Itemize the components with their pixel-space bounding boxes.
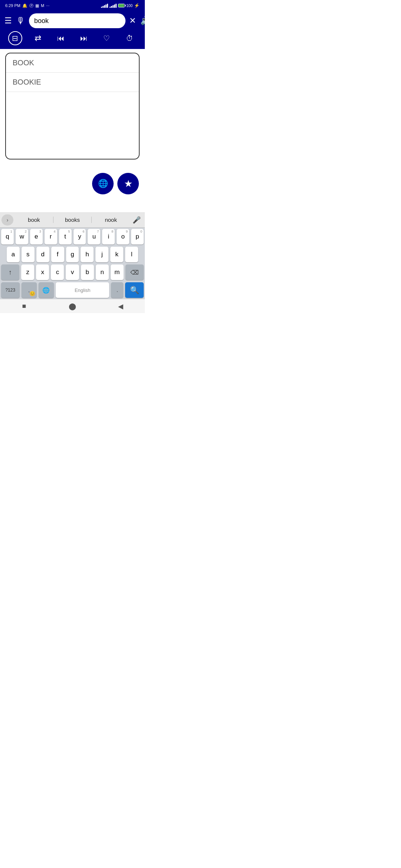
key-row-3: ↑ z x c v b n m ⌫ <box>0 263 145 281</box>
key-globe[interactable]: 🌐 <box>39 282 54 298</box>
key-period[interactable]: . <box>111 282 123 298</box>
key-b[interactable]: b <box>81 264 94 280</box>
app-header: ☰ 🎙 ✕ 🔊 ⊟ ⇄ ⏮ ⏭ ♡ ⏱ <box>0 10 145 49</box>
battery-icon <box>118 4 125 7</box>
key-k[interactable]: k <box>110 247 123 262</box>
expand-suggestions-button[interactable]: › <box>1 214 13 226</box>
search-icon: 🔍 <box>130 286 139 295</box>
keyboard-suggestions-row: › book books nook 🎤 <box>0 212 145 228</box>
header-toolbar: ⊟ ⇄ ⏮ ⏭ ♡ ⏱ <box>4 30 141 47</box>
key-z[interactable]: z <box>21 264 34 280</box>
nav-home-button[interactable]: ⬤ <box>61 301 84 312</box>
suggestions-empty-area <box>6 92 139 159</box>
key-emoji[interactable]: , 😊 <box>22 282 37 298</box>
key-y[interactable]: 6y <box>74 229 86 244</box>
suggestion-book[interactable]: BOOK <box>6 53 139 73</box>
key-shift[interactable]: ↑ <box>1 264 19 280</box>
star-fab-button[interactable]: ★ <box>117 173 139 194</box>
charging-icon: ⚡ <box>134 3 140 8</box>
key-q[interactable]: 1q <box>1 229 14 244</box>
menu-button[interactable]: ☰ <box>4 15 13 26</box>
key-l[interactable]: l <box>125 247 138 262</box>
key-c[interactable]: c <box>51 264 64 280</box>
nav-stop-button[interactable]: ■ <box>13 301 35 312</box>
key-m[interactable]: m <box>111 264 124 280</box>
suggestion-bookie[interactable]: BOOKIE <box>6 73 139 92</box>
status-left: 6:29 PM 🔔 Ⓟ ▦ M ··· <box>5 3 49 9</box>
key-d[interactable]: d <box>36 247 49 262</box>
fab-area: 🌐 ★ <box>92 173 139 194</box>
suggestions-dropdown: BOOK BOOKIE <box>5 53 140 160</box>
key-row-4: ?123 , 😊 🌐 English . 🔍 <box>0 281 145 299</box>
suggest-nook[interactable]: nook <box>92 217 130 223</box>
home-icon: ⬤ <box>69 302 76 310</box>
globe-icon: 🌐 <box>98 179 108 188</box>
sim-icon: ▦ <box>35 3 39 8</box>
next-button[interactable]: ⏭ <box>77 31 91 45</box>
key-numbers[interactable]: ?123 <box>1 282 20 298</box>
key-search[interactable]: 🔍 <box>125 282 144 298</box>
search-bar <box>29 13 125 28</box>
key-space[interactable]: English <box>56 282 109 298</box>
menu-icon: ☰ <box>4 16 12 26</box>
keyboard: › book books nook 🎤 1q 2w 3e 4r 5t 6y 7u… <box>0 212 145 299</box>
mic-icon: 🎙 <box>16 16 25 26</box>
parking-icon: Ⓟ <box>29 3 33 9</box>
key-t[interactable]: 5t <box>59 229 72 244</box>
key-h[interactable]: h <box>81 247 94 262</box>
next-icon: ⏭ <box>80 34 88 43</box>
key-f[interactable]: f <box>51 247 64 262</box>
key-i[interactable]: 8i <box>102 229 115 244</box>
bottom-nav: ■ ⬤ ◀ <box>0 299 145 313</box>
mic-button[interactable]: 🎙 <box>16 15 26 27</box>
more-dots-icon: ··· <box>46 3 49 8</box>
space-label: English <box>75 287 91 293</box>
key-u[interactable]: 7u <box>88 229 100 244</box>
key-s[interactable]: s <box>22 247 35 262</box>
key-x[interactable]: x <box>36 264 49 280</box>
key-row-2: a s d f g h j k l <box>0 246 145 263</box>
alarm-icon: 🔔 <box>22 3 27 8</box>
shuffle-icon: ⇄ <box>35 33 41 43</box>
back-icon: ◀ <box>118 302 123 310</box>
status-right: 100 ⚡ <box>101 3 140 8</box>
battery-percent: 100 <box>126 4 133 8</box>
key-j[interactable]: j <box>95 247 108 262</box>
scan-button[interactable]: ⊟ <box>8 31 22 45</box>
suggest-books[interactable]: books <box>53 217 92 223</box>
key-n[interactable]: n <box>96 264 109 280</box>
star-icon: ★ <box>124 178 133 190</box>
globe-fab-button[interactable]: 🌐 <box>92 173 114 194</box>
heart-icon: ♡ <box>103 34 110 43</box>
numbers-label: ?123 <box>5 287 15 293</box>
scan-icon: ⊟ <box>12 34 18 43</box>
keyboard-mic-icon[interactable]: 🎤 <box>130 214 143 226</box>
search-input[interactable] <box>34 17 120 25</box>
key-r[interactable]: 4r <box>45 229 57 244</box>
favorite-button[interactable]: ♡ <box>100 31 114 45</box>
stop-icon: ■ <box>22 302 26 310</box>
key-v[interactable]: v <box>66 264 79 280</box>
key-p[interactable]: 0p <box>131 229 144 244</box>
history-icon: ⏱ <box>126 34 133 43</box>
signal-bars-2 <box>110 4 117 8</box>
suggest-book[interactable]: book <box>15 217 53 223</box>
volume-icon: 🔊 <box>140 16 145 26</box>
clear-button[interactable]: ✕ <box>128 15 137 26</box>
key-a[interactable]: a <box>7 247 20 262</box>
clear-icon: ✕ <box>129 16 136 26</box>
key-e[interactable]: 3e <box>30 229 43 244</box>
shuffle-button[interactable]: ⇄ <box>31 31 45 45</box>
prev-button[interactable]: ⏮ <box>54 31 68 45</box>
history-button[interactable]: ⏱ <box>123 31 137 45</box>
key-backspace[interactable]: ⌫ <box>125 264 144 280</box>
time-display: 6:29 PM <box>5 3 20 8</box>
key-g[interactable]: g <box>66 247 79 262</box>
nav-back-button[interactable]: ◀ <box>110 301 132 312</box>
key-w[interactable]: 2w <box>16 229 28 244</box>
volume-button[interactable]: 🔊 <box>140 15 145 26</box>
key-o[interactable]: 9o <box>117 229 129 244</box>
emoji-icon: 😊 <box>29 291 35 296</box>
header-top: ☰ 🎙 ✕ 🔊 <box>4 13 141 28</box>
key-row-1: 1q 2w 3e 4r 5t 6y 7u 8i 9o 0p <box>0 228 145 246</box>
